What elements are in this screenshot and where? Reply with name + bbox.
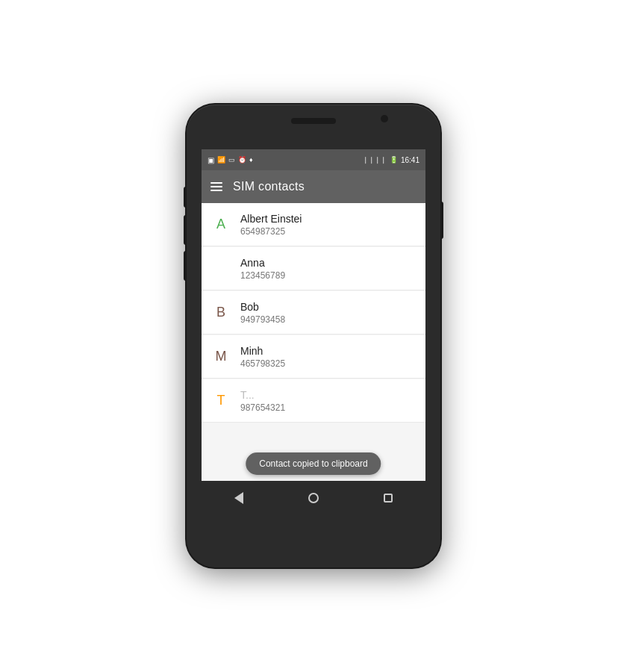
contact-letter-a2: A (210, 261, 231, 276)
app-bar-title: SIM contacts (233, 180, 305, 193)
list-item[interactable]: A Anna 123456789 (202, 247, 425, 290)
status-icons-left: ▣ 📶 ▭ ⏰ ♦ (208, 156, 253, 164)
contact-letter-t: T (210, 393, 231, 408)
contact-info: Bob 949793458 (240, 301, 285, 325)
battery-icon: 🔋 (390, 156, 398, 164)
contact-letter-b: B (210, 305, 231, 320)
back-button[interactable] (227, 486, 251, 510)
contact-letter-a1: A (210, 217, 231, 232)
contact-info: Minh 465798325 (240, 345, 285, 369)
phone-screen: ▣ 📶 ▭ ⏰ ♦ ❘❘❘❘ 🔋 16:41 (202, 149, 425, 515)
wifi-icon: 📶 (217, 156, 225, 164)
bottom-nav (202, 481, 425, 515)
phone-bottom (187, 515, 440, 560)
notification-icon: ▣ (208, 156, 214, 164)
toast-message: Contact copied to clipboard (246, 452, 381, 475)
contact-letter-m: M (210, 349, 231, 364)
contact-number: 123456789 (240, 270, 285, 281)
power-button[interactable] (440, 202, 443, 239)
contact-number: 465798325 (240, 358, 285, 369)
contact-list: A Albert Einstei 654987325 A Anna 123456… (202, 203, 425, 481)
front-camera (381, 115, 388, 122)
recents-icon (384, 494, 393, 503)
contact-name: Bob (240, 301, 285, 313)
app-bar: SIM contacts (202, 170, 425, 203)
contact-name: T... (240, 389, 285, 401)
contact-name: Albert Einstei (240, 213, 302, 225)
signal-strength-icon: ❘❘❘❘ (363, 156, 387, 164)
alarm-icon: ⏰ (238, 156, 246, 164)
list-item[interactable]: M Minh 465798325 (202, 335, 425, 379)
list-item[interactable]: B Bob 949793458 (202, 291, 425, 335)
recents-button[interactable] (376, 486, 400, 510)
volume-up-button[interactable] (184, 187, 187, 208)
phone-top (187, 105, 440, 149)
android-icon: ♦ (249, 156, 253, 164)
volume-down-button[interactable] (184, 215, 187, 245)
status-time: 16:41 (401, 156, 419, 164)
scene: ▣ 📶 ▭ ⏰ ♦ ❘❘❘❘ 🔋 16:41 (0, 0, 627, 672)
home-button[interactable] (302, 486, 325, 510)
contact-info: Albert Einstei 654987325 (240, 213, 302, 237)
status-right: ❘❘❘❘ 🔋 16:41 (363, 156, 419, 164)
list-item[interactable]: T T... 987654321 (202, 379, 425, 423)
camera-button[interactable] (184, 251, 187, 281)
contact-name: Anna (240, 257, 285, 269)
contact-name: Minh (240, 345, 285, 357)
contact-number: 654987325 (240, 226, 302, 237)
contact-info: T... 987654321 (240, 389, 285, 413)
toast-container: Contact copied to clipboard (246, 452, 381, 475)
contact-info: Anna 123456789 (240, 257, 285, 281)
sim-icon: ▭ (228, 156, 235, 164)
speaker (291, 118, 336, 124)
contact-number: 987654321 (240, 402, 285, 413)
hamburger-menu-button[interactable] (210, 182, 222, 191)
list-item[interactable]: A Albert Einstei 654987325 (202, 203, 425, 246)
contact-number: 949793458 (240, 314, 285, 325)
back-icon (234, 492, 243, 504)
phone-shell: ▣ 📶 ▭ ⏰ ♦ ❘❘❘❘ 🔋 16:41 (187, 105, 440, 567)
status-bar: ▣ 📶 ▭ ⏰ ♦ ❘❘❘❘ 🔋 16:41 (202, 149, 425, 170)
home-icon (308, 493, 319, 503)
